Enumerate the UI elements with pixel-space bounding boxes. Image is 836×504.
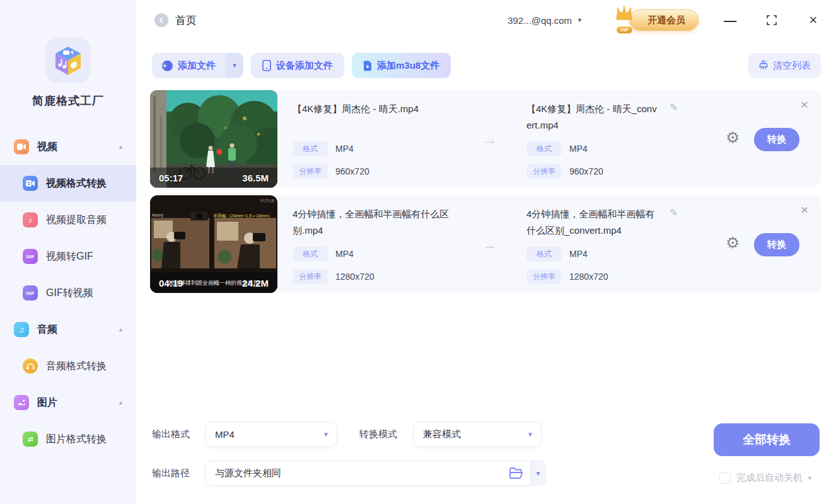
output-format-label: 输出格式 xyxy=(152,428,190,440)
add-file-button[interactable]: + 添加文件 xyxy=(152,53,226,78)
output-path-value: 与源文件夹相同 xyxy=(215,467,281,479)
source-format-value: MP4 xyxy=(335,249,354,259)
auto-shutdown-toggle[interactable]: 完成后自动关机 ▼ xyxy=(719,472,813,484)
output-format-row: 格式 MP4 xyxy=(526,141,588,156)
fullscreen-button[interactable] xyxy=(765,14,778,26)
sidebar-item-label: GIF转视频 xyxy=(46,287,93,300)
add-m3u8-label: 添加m3u8文件 xyxy=(377,60,439,72)
vip-upgrade-button[interactable]: 开通会员 VIP xyxy=(615,9,699,31)
edit-filename-icon[interactable]: ✎ xyxy=(670,207,678,219)
settings-gear-icon[interactable]: ⚙ xyxy=(726,235,740,251)
format-badge: 格式 xyxy=(293,141,328,156)
sidebar-item-gif-to-video[interactable]: GIF GIF转视频 xyxy=(0,275,136,311)
source-filename: 【4K修复】周杰伦 - 晴天.mp4 xyxy=(293,101,455,117)
remove-file-icon[interactable]: × xyxy=(801,203,808,216)
toolbar: + 添加文件 ▼ 设备添加文件 添加m3u8文件 xyxy=(152,53,821,78)
output-format-select[interactable]: MP4 ▼ xyxy=(206,421,337,447)
sidebar-group-label: 音频 xyxy=(37,323,118,336)
settings-gear-icon[interactable]: ⚙ xyxy=(726,130,740,146)
add-file-label: 添加文件 xyxy=(178,60,216,72)
app-logo-icon xyxy=(45,38,91,83)
sidebar-group-image[interactable]: 图片 ▲ xyxy=(0,384,136,421)
sidebar-item-extract-audio[interactable]: ♪ 视频提取音频 xyxy=(0,202,136,238)
crown-icon xyxy=(612,4,637,28)
add-file-dropdown[interactable]: ▼ xyxy=(226,53,243,78)
thumbnail-caption-right: 半画幅（24mm÷1.5＝16mm） xyxy=(213,213,272,219)
format-badge: 格式 xyxy=(293,246,328,261)
resolution-badge: 分辨率 xyxy=(293,269,328,284)
source-filename: 4分钟搞懂，全画幅和半画幅有什么区别.mp4 xyxy=(293,206,455,239)
output-path-row: 输出路径 与源文件夹相同 ▼ xyxy=(152,461,546,486)
phone-icon xyxy=(262,60,271,71)
output-resolution-row: 分辨率 960x720 xyxy=(526,164,603,179)
file-row: 4mm) 半画幅（24mm÷1.5＝16mm） 六斤LB 就能够得到跟全画幅一样… xyxy=(150,195,821,293)
chevron-up-icon[interactable]: ▲ xyxy=(118,326,124,333)
sidebar-item-label: 音频格式转换 xyxy=(46,360,107,373)
minimize-button[interactable]: — xyxy=(724,14,736,26)
vip-tag: VIP xyxy=(616,26,633,34)
remove-file-icon[interactable]: × xyxy=(801,98,808,111)
video-filesize: 36.5M xyxy=(242,173,269,183)
chevron-down-icon: ▼ xyxy=(807,475,813,481)
arrow-right-icon: → xyxy=(483,132,497,148)
output-path-dropdown[interactable]: ▼ xyxy=(531,461,546,486)
convert-button[interactable]: 转换 xyxy=(754,233,799,256)
video-file-icon xyxy=(363,60,372,71)
main-area: 首页 392...@qq.com ▼ 开通会员 VIP — xyxy=(136,0,836,504)
app-name: 简鹿格式工厂 xyxy=(0,93,136,108)
convert-mode-label: 转换模式 xyxy=(359,428,397,440)
thumbnail-caption-left: 4mm) xyxy=(152,213,163,217)
account-menu[interactable]: 392...@qq.com ▼ xyxy=(508,15,583,26)
chevron-up-icon[interactable]: ▲ xyxy=(118,399,124,406)
music-icon: ♫ xyxy=(14,322,29,337)
close-button[interactable]: × xyxy=(807,14,820,26)
convert-all-button[interactable]: 全部转换 xyxy=(714,423,820,456)
sidebar-item-video-to-gif[interactable]: GIF 视频转GIF xyxy=(0,238,136,275)
resolution-badge: 分辨率 xyxy=(526,164,562,179)
source-format-row: 格式 MP4 xyxy=(293,246,354,261)
sidebar-menu: 视频 ▲ 视频格式转换 ♪ 视频提取音频 GIF 视频转GIF GIF GIF转… xyxy=(0,129,136,457)
edit-filename-icon[interactable]: ✎ xyxy=(670,101,678,113)
file-row: 05:17 36.5M 【4K修复】周杰伦 - 晴天.mp4 格式 MP4 分辨… xyxy=(150,90,821,188)
add-file-split-button: + 添加文件 ▼ xyxy=(152,53,243,78)
file-list: 05:17 36.5M 【4K修复】周杰伦 - 晴天.mp4 格式 MP4 分辨… xyxy=(150,90,821,293)
sidebar-item-audio-format-convert[interactable]: 音频格式转换 xyxy=(0,348,136,384)
video-thumbnail[interactable]: 05:17 36.5M xyxy=(150,90,277,188)
vip-label: 开通会员 xyxy=(647,14,685,26)
chevron-up-icon[interactable]: ▲ xyxy=(118,144,124,150)
add-from-device-label: 设备添加文件 xyxy=(276,60,333,72)
output-filename: 4分钟搞懂，全画幅和半画幅有什么区别_convert.mp4 xyxy=(526,206,661,239)
arrow-right-icon: → xyxy=(483,237,497,253)
sidebar-item-video-format-convert[interactable]: 视频格式转换 xyxy=(0,165,136,202)
convert-mode-select[interactable]: 兼容模式 ▼ xyxy=(414,421,542,447)
back-button[interactable] xyxy=(154,13,168,27)
sidebar-group-label: 图片 xyxy=(37,396,118,410)
video-filesize: 24.2M xyxy=(242,278,269,289)
clear-list-button[interactable]: 清空列表 xyxy=(748,53,821,78)
source-format-row: 格式 MP4 xyxy=(293,141,354,156)
video-duration: 05:17 xyxy=(159,173,183,183)
sidebar-group-audio[interactable]: ♫ 音频 ▲ xyxy=(0,311,136,348)
output-path-input[interactable]: 与源文件夹相同 xyxy=(206,461,531,486)
auto-shutdown-checkbox[interactable] xyxy=(719,472,731,484)
folder-icon[interactable] xyxy=(509,467,523,481)
output-resolution-value: 960x720 xyxy=(569,166,603,176)
headphones-icon xyxy=(23,358,38,374)
main-header: 首页 392...@qq.com ▼ 开通会员 VIP — xyxy=(136,0,836,40)
output-format-row: 格式 MP4 xyxy=(526,246,588,261)
video-thumbnail[interactable]: 4mm) 半画幅（24mm÷1.5＝16mm） 六斤LB 就能够得到跟全画幅一样… xyxy=(150,195,277,293)
app-window: 简鹿格式工厂 视频 ▲ 视频格式转换 ♪ 视频提取音频 GIF xyxy=(0,0,836,504)
sidebar-group-label: 视频 xyxy=(37,140,118,154)
output-path-label: 输出路径 xyxy=(152,467,190,479)
plus-icon: + xyxy=(162,60,173,71)
resolution-badge: 分辨率 xyxy=(526,269,562,284)
video-convert-icon xyxy=(23,176,38,191)
sidebar-item-image-format-convert[interactable]: ⇄ 图片格式转换 xyxy=(0,421,136,457)
add-m3u8-button[interactable]: 添加m3u8文件 xyxy=(352,53,451,78)
sidebar-group-video[interactable]: 视频 ▲ xyxy=(0,129,136,165)
chevron-down-icon: ▼ xyxy=(323,431,329,438)
sidebar-item-label: 图片格式转换 xyxy=(46,433,107,446)
add-from-device-button[interactable]: 设备添加文件 xyxy=(251,53,344,78)
swap-arrows-icon: ⇄ xyxy=(23,432,38,447)
convert-button[interactable]: 转换 xyxy=(754,128,799,151)
